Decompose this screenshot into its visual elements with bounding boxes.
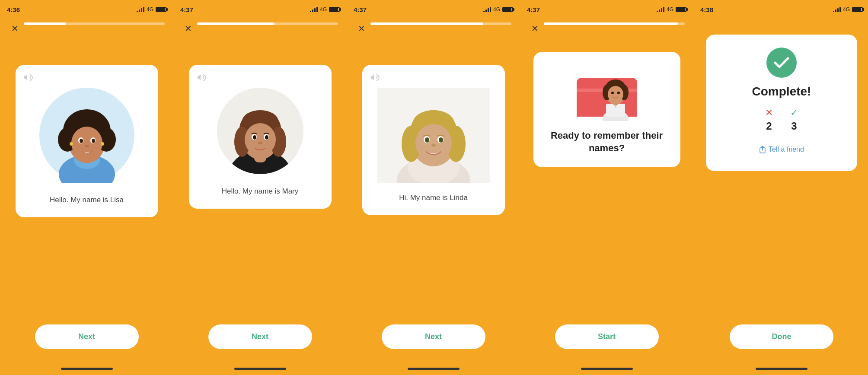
progress-fill-3	[370, 22, 483, 25]
status-icons-4: 4G	[657, 6, 686, 13]
battery-icon-4	[676, 7, 686, 12]
next-button-3[interactable]: Next	[382, 324, 485, 349]
progress-fill-2	[197, 22, 274, 25]
close-button-1[interactable]: ✕	[9, 22, 21, 35]
correct-icon: ✓	[790, 107, 798, 118]
battery-icon-3	[502, 7, 513, 12]
svg-point-29	[265, 135, 268, 140]
card-text-3: Hi. My name is Linda	[399, 194, 468, 202]
next-button-1[interactable]: Next	[35, 324, 139, 349]
sound-icon-1[interactable]	[24, 73, 34, 83]
done-button[interactable]: Done	[730, 324, 833, 349]
svg-point-14	[85, 145, 89, 147]
card-2: Hello. My name is Mary	[189, 65, 332, 209]
home-indicator-3	[408, 368, 460, 370]
progress-bar-1	[24, 22, 165, 25]
wrong-score: ✕ 2	[765, 107, 773, 132]
ready-text: Ready to remember their names?	[542, 130, 672, 154]
signal-icon-2	[310, 7, 318, 12]
svg-point-16	[101, 142, 104, 146]
person-photo-3	[377, 88, 490, 183]
wrong-count: 2	[766, 120, 772, 132]
network-label-3: 4G	[493, 6, 500, 13]
start-button[interactable]: Start	[555, 324, 659, 349]
svg-point-13	[92, 139, 95, 143]
sound-icon-2[interactable]	[198, 73, 207, 83]
correct-count: 3	[791, 120, 797, 132]
sound-icon-3[interactable]	[371, 73, 380, 83]
tell-friend-btn[interactable]: Tell a friend	[759, 145, 804, 154]
wrong-icon: ✕	[765, 107, 773, 118]
screen-5: 4:38 4G Complete! ✕ 2 ✓ 3	[693, 0, 868, 375]
progress-fill-4	[544, 22, 678, 25]
status-bar-3: 4:37 4G	[347, 0, 520, 19]
time-3: 4:37	[354, 6, 367, 13]
person-photo-2	[217, 88, 303, 174]
svg-point-9	[71, 127, 102, 159]
status-bar-1: 4:36 4G	[0, 0, 173, 19]
network-label-2: 4G	[320, 6, 327, 13]
status-icons-1: 4G	[137, 6, 166, 13]
complete-card: Complete! ✕ 2 ✓ 3 Tell a friend	[706, 35, 857, 171]
battery-icon-5	[852, 7, 863, 12]
time-1: 4:36	[7, 6, 20, 13]
signal-icon-3	[483, 7, 491, 12]
card-3: Hi. My name is Linda	[362, 65, 505, 215]
correct-score: ✓ 3	[790, 107, 798, 132]
progress-bar-4	[544, 22, 685, 25]
complete-check-circle	[766, 48, 797, 78]
home-indicator-5	[756, 368, 807, 370]
close-button-4[interactable]: ✕	[529, 22, 541, 35]
status-bar-4: 4:37 4G	[520, 0, 693, 19]
network-label-1: 4G	[147, 6, 153, 13]
progress-bar-2	[197, 22, 338, 25]
signal-icon-5	[833, 7, 841, 12]
time-5: 4:38	[700, 6, 713, 13]
screen-3: 4:37 4G ✕	[347, 0, 520, 375]
battery-icon-2	[329, 7, 340, 12]
tell-friend-label: Tell a friend	[769, 146, 804, 153]
status-bar-2: 4:37 4G	[173, 0, 347, 19]
next-button-2[interactable]: Next	[208, 324, 312, 349]
checkmark-icon	[774, 57, 789, 69]
time-4: 4:37	[527, 6, 540, 13]
status-bar-5: 4:38 4G	[693, 0, 868, 19]
svg-point-30	[258, 142, 262, 145]
share-icon	[759, 145, 766, 154]
svg-point-25	[245, 123, 276, 156]
close-button-3[interactable]: ✕	[355, 22, 367, 35]
progress-bar-3	[370, 22, 511, 25]
card-text-1: Hello. My name is Lisa	[50, 196, 124, 204]
svg-point-40	[415, 124, 452, 162]
svg-point-12	[80, 139, 83, 143]
screen-2: 4:37 4G ✕	[173, 0, 347, 375]
screen-1: 4:36 4G ✕	[0, 0, 173, 375]
close-button-2[interactable]: ✕	[182, 22, 194, 35]
status-icons-3: 4G	[483, 6, 513, 13]
card-1: Hello. My name is Lisa	[16, 65, 158, 217]
time-2: 4:37	[180, 6, 193, 13]
svg-point-60	[617, 92, 620, 94]
complete-title: Complete!	[752, 85, 811, 99]
svg-point-28	[253, 135, 256, 140]
signal-icon-4	[657, 7, 664, 12]
svg-point-58	[608, 86, 623, 102]
status-icons-5: 4G	[833, 6, 863, 13]
svg-point-43	[425, 137, 429, 143]
ready-card: Ready to remember their names?	[533, 52, 680, 167]
signal-icon-1	[137, 7, 144, 12]
card-text-2: Hello. My name is Mary	[222, 187, 299, 196]
svg-point-45	[431, 144, 436, 147]
status-icons-2: 4G	[310, 6, 340, 13]
svg-point-44	[439, 137, 443, 143]
network-label-5: 4G	[843, 6, 850, 13]
person-photo-1	[39, 88, 134, 183]
battery-icon-1	[156, 7, 166, 12]
home-indicator-1	[61, 368, 113, 370]
svg-point-15	[70, 142, 73, 146]
network-label-4: 4G	[667, 6, 673, 13]
ready-illustration	[572, 65, 641, 121]
progress-fill-1	[24, 22, 66, 25]
screen-4: 4:37 4G ✕	[520, 0, 693, 375]
score-row: ✕ 2 ✓ 3	[765, 107, 798, 132]
